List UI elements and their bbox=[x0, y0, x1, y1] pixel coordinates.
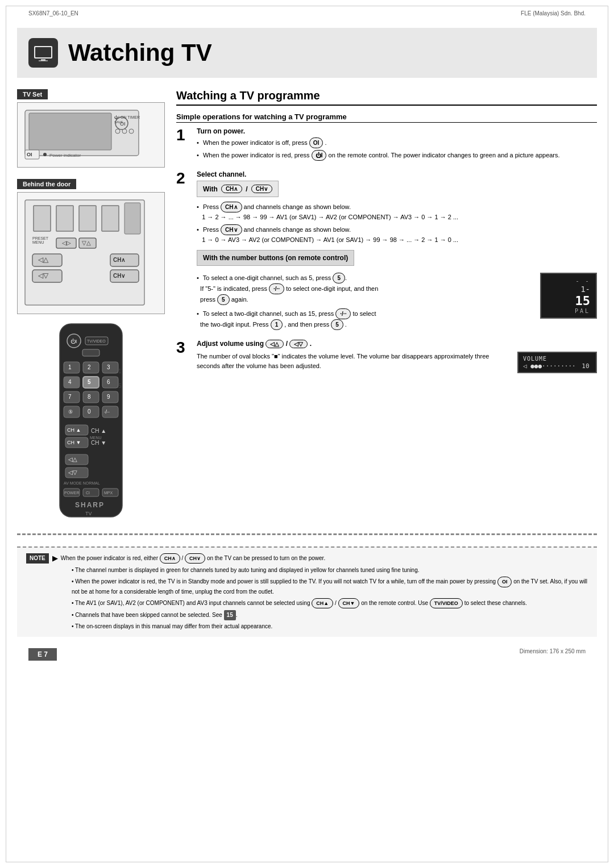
svg-text:5: 5 bbox=[118, 383, 122, 389]
remote-svg: ⏻I TV/VIDEO 1 2 3 4 5 6 7 bbox=[51, 321, 131, 525]
ch-up-desc: • Press CH∧ and channels change as shown… bbox=[197, 202, 597, 222]
svg-rect-47 bbox=[102, 362, 118, 373]
behind-door-diagram: PRESET MENU ◁▷ ▽△ ◁△ ◁▽ CH∧ CH∨ bbox=[17, 192, 165, 314]
step-3-content: Adjust volume using ◁△ / ◁▽ . The number… bbox=[197, 340, 597, 373]
svg-text:9: 9 bbox=[107, 394, 110, 400]
phi-button-inline: ⏻I bbox=[312, 150, 327, 161]
svg-rect-59 bbox=[102, 391, 118, 403]
step-2-content: Select channel. With CH∧ / CH∨ • Press C… bbox=[197, 170, 597, 332]
step-1-block: 1 Turn on power. • When the power indica… bbox=[176, 127, 597, 162]
note-item-3: • When the power indicator is red, the T… bbox=[72, 577, 588, 596]
step-1-number: 1 bbox=[176, 127, 190, 162]
svg-rect-55 bbox=[64, 391, 80, 403]
svg-text:SAVE: SAVE bbox=[114, 120, 123, 124]
remote-container: ⏻I TV/VIDEO 1 2 3 4 5 6 7 bbox=[17, 321, 165, 525]
svg-rect-42 bbox=[82, 349, 99, 356]
btn-5-inline: 5 bbox=[333, 273, 345, 283]
svg-text:⑤: ⑤ bbox=[68, 409, 73, 415]
num-btn-text2: • To select a two-digit channel, such as… bbox=[197, 308, 531, 330]
svg-text:MPX: MPX bbox=[104, 491, 113, 495]
svg-text:0: 0 bbox=[88, 408, 91, 415]
svg-text:◁▷: ◁▷ bbox=[62, 240, 71, 246]
svg-text:·/··: ·/·· bbox=[104, 409, 110, 415]
svg-text:SHARP: SHARP bbox=[75, 501, 105, 509]
svg-rect-18 bbox=[34, 206, 51, 231]
svg-rect-63 bbox=[83, 406, 99, 418]
svg-text:AV MODE NORMAL: AV MODE NORMAL bbox=[64, 481, 100, 485]
step-3-number: 3 bbox=[176, 340, 190, 373]
svg-point-11 bbox=[122, 129, 127, 133]
svg-rect-57 bbox=[83, 391, 99, 403]
ch-down-btn: CH∨ bbox=[251, 185, 272, 193]
ch-down-inline: CH∨ bbox=[221, 224, 242, 235]
note-item-6: • The on-screen displays in this manual … bbox=[72, 622, 588, 631]
svg-text:5: 5 bbox=[88, 379, 91, 385]
page-number: E 7 bbox=[28, 648, 57, 661]
svg-text:6: 6 bbox=[107, 379, 110, 385]
btn-5-again: 5 bbox=[217, 294, 230, 305]
svg-text:CH ▲: CH ▲ bbox=[67, 427, 81, 433]
svg-rect-43 bbox=[64, 362, 80, 373]
svg-text:OI: OI bbox=[27, 152, 32, 157]
note-item-2: • The channel number is displayed in gre… bbox=[72, 566, 588, 575]
behind-door-label: Behind the door bbox=[17, 179, 76, 189]
svg-text:TV/VIDEO: TV/VIDEO bbox=[87, 339, 106, 343]
note-item-1: When the power indicator is red, either … bbox=[61, 553, 325, 564]
svg-text:CI: CI bbox=[86, 491, 90, 495]
svg-rect-3 bbox=[39, 60, 48, 61]
svg-text:1: 1 bbox=[118, 368, 122, 374]
ch-up-btn: CH∧ bbox=[221, 185, 242, 193]
svg-text:2: 2 bbox=[88, 364, 91, 370]
tv-set-label: TV Set bbox=[17, 89, 48, 99]
header-left: SX68N7_06-10_EN bbox=[28, 10, 78, 16]
svg-text:Power indicator: Power indicator bbox=[49, 153, 81, 158]
note-label: NOTE bbox=[26, 553, 49, 564]
ch-up-inline: CH∧ bbox=[221, 202, 242, 212]
step-1-bullet1: • When the power indicator is off, press… bbox=[197, 137, 597, 148]
svg-point-12 bbox=[129, 129, 134, 133]
vol-down-btn: ◁▽ bbox=[289, 340, 308, 348]
channel-display-box: - - 1- 15 PAL bbox=[540, 273, 597, 319]
svg-rect-1 bbox=[35, 47, 51, 57]
page-title: Watching TV bbox=[68, 39, 212, 66]
svg-text:3: 3 bbox=[107, 364, 110, 370]
svg-rect-20 bbox=[79, 206, 96, 231]
svg-text:TV: TV bbox=[85, 511, 92, 516]
btn-dot-inline: ·/·· bbox=[269, 283, 284, 294]
section-title: Watching a TV programme bbox=[176, 89, 597, 106]
tv-set-svg: OI ⏻I ON TIMER SAVE OI Power indicator bbox=[22, 107, 142, 161]
note-item-4: • The AV1 (or SAV1), AV2 (or COMPONENT) … bbox=[72, 598, 588, 608]
tv-icon-svg bbox=[33, 43, 53, 63]
svg-text:◁△: ◁△ bbox=[68, 456, 77, 462]
btn-1-inline: 1 bbox=[271, 319, 283, 330]
svg-text:MENU: MENU bbox=[90, 436, 102, 440]
right-column: Watching a TV programme Simple operation… bbox=[176, 89, 597, 525]
svg-text:8: 8 bbox=[88, 394, 91, 400]
step-3-block: 3 Adjust volume using ◁△ / ◁▽ . The numb… bbox=[176, 340, 597, 373]
svg-rect-45 bbox=[83, 362, 99, 373]
svg-text:CH ▼: CH ▼ bbox=[91, 440, 106, 446]
step-1-bullet2: • When the power indicator is red, press… bbox=[197, 150, 597, 161]
svg-rect-21 bbox=[102, 206, 119, 231]
oi-button-inline: OI bbox=[309, 137, 323, 148]
note-arrow: ▶ bbox=[52, 553, 57, 564]
svg-rect-49 bbox=[64, 377, 80, 388]
svg-text:▽△: ▽△ bbox=[82, 240, 91, 246]
volume-display: VOLUME ◁ ●●●········· 10 bbox=[517, 352, 597, 373]
svg-text:PRESET: PRESET bbox=[32, 236, 49, 240]
svg-text:◁△: ◁△ bbox=[38, 256, 49, 264]
note-section: NOTE ▶ When the power indicator is red, … bbox=[17, 546, 597, 637]
header-right: FLE (Malaysia) Sdn. Bhd. bbox=[521, 10, 586, 16]
svg-point-10 bbox=[115, 129, 120, 133]
svg-text:CH ▲: CH ▲ bbox=[91, 428, 106, 434]
svg-text:1: 1 bbox=[68, 364, 72, 370]
svg-text:◁▽: ◁▽ bbox=[38, 272, 49, 279]
step-2-number: 2 bbox=[176, 170, 190, 332]
dimension-label: Dimension: 176 x 250 mm bbox=[520, 648, 586, 661]
svg-text:CH∧: CH∧ bbox=[113, 257, 125, 263]
svg-text:7: 7 bbox=[68, 394, 72, 400]
title-section: Watching TV bbox=[17, 28, 597, 78]
svg-text:POWER: POWER bbox=[64, 491, 79, 495]
subsection-title: Simple operations for watching a TV prog… bbox=[176, 112, 597, 123]
step-2-block: 2 Select channel. With CH∧ / CH∨ • Press… bbox=[176, 170, 597, 332]
